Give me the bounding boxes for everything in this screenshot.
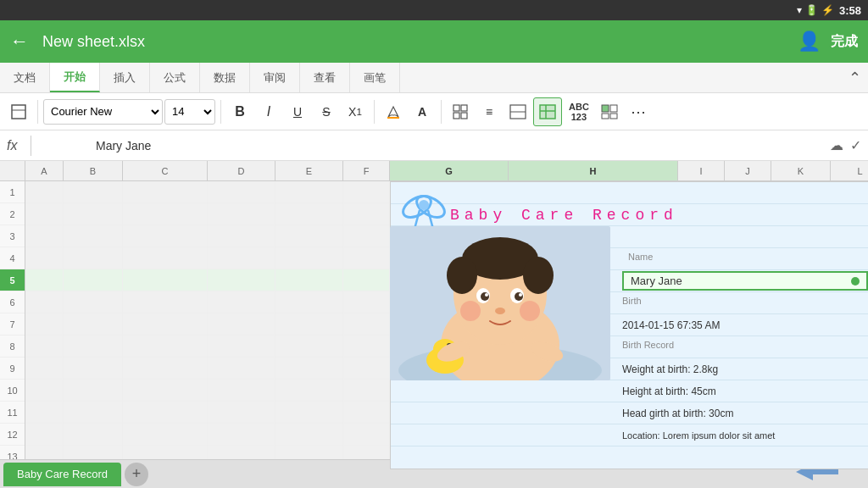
cell-a10[interactable] <box>25 380 64 401</box>
cell-c8[interactable] <box>123 336 208 357</box>
cell-d8[interactable] <box>208 336 275 357</box>
tab-start[interactable]: 开始 <box>50 63 100 92</box>
cell-d9[interactable] <box>208 358 275 379</box>
cell-b6[interactable] <box>64 291 123 313</box>
cell-c5[interactable] <box>123 269 208 291</box>
cell-b4[interactable] <box>64 247 123 269</box>
cell-b11[interactable] <box>64 402 123 423</box>
cell-d2[interactable] <box>208 203 275 225</box>
cell-d4[interactable] <box>208 247 275 269</box>
cell-e7[interactable] <box>275 313 343 335</box>
cell-b7[interactable] <box>64 313 123 335</box>
cell-b1[interactable] <box>64 181 123 202</box>
cell-a3[interactable] <box>25 225 64 247</box>
font-name-select[interactable]: Courier New Arial Times New Roman <box>43 99 163 125</box>
cell-f1[interactable] <box>343 181 390 202</box>
cell-b12[interactable] <box>64 424 123 445</box>
cell-e9[interactable] <box>275 358 343 379</box>
table-format-button[interactable] <box>596 97 623 126</box>
freeze-button[interactable] <box>533 97 562 126</box>
strikethrough-button[interactable]: S <box>313 97 340 126</box>
cell-c2[interactable] <box>123 203 208 225</box>
cell-c1[interactable] <box>123 181 208 202</box>
add-sheet-button[interactable]: + <box>125 463 148 486</box>
cell-d6[interactable] <box>208 291 275 313</box>
sheet-tab-baby-care[interactable]: Baby Care Record <box>3 463 121 486</box>
cell-c12[interactable] <box>123 424 208 445</box>
cell-e3[interactable] <box>275 225 343 247</box>
cell-a2[interactable] <box>25 203 64 225</box>
cell-format-button[interactable] <box>5 97 32 126</box>
cell-d5[interactable] <box>208 269 275 291</box>
merge-button[interactable] <box>504 97 531 126</box>
cell-f11[interactable] <box>343 402 390 423</box>
cell-e5[interactable] <box>275 269 343 291</box>
formula-input[interactable]: Mary Jane <box>96 139 823 152</box>
italic-button[interactable]: I <box>255 97 282 126</box>
cell-a5[interactable] <box>25 269 64 291</box>
back-button[interactable]: ← <box>10 30 29 53</box>
border-button[interactable] <box>447 97 474 126</box>
cell-f6[interactable] <box>343 291 390 313</box>
cell-b9[interactable] <box>64 358 123 379</box>
tab-view[interactable]: 查看 <box>300 63 350 92</box>
superscript-button[interactable]: X1 <box>342 97 369 126</box>
name-field-box[interactable]: Mary Jane <box>622 271 868 291</box>
cell-d12[interactable] <box>208 424 275 445</box>
cell-a4[interactable] <box>25 247 64 269</box>
more-button[interactable]: ⋯ <box>625 97 652 126</box>
cell-c7[interactable] <box>123 313 208 335</box>
cell-f7[interactable] <box>343 313 390 335</box>
cell-b8[interactable] <box>64 336 123 357</box>
cell-c3[interactable] <box>123 225 208 247</box>
underline-button[interactable]: U <box>284 97 311 126</box>
bold-button[interactable]: B <box>226 97 253 126</box>
formula-confirm-icon[interactable]: ✓ <box>850 137 861 153</box>
cell-f12[interactable] <box>343 424 390 445</box>
cell-e8[interactable] <box>275 336 343 357</box>
cell-e1[interactable] <box>275 181 343 202</box>
cell-e10[interactable] <box>275 380 343 401</box>
cell-a1[interactable] <box>25 181 64 202</box>
cell-e11[interactable] <box>275 402 343 423</box>
cell-e12[interactable] <box>275 424 343 445</box>
cell-b3[interactable] <box>64 225 123 247</box>
done-button[interactable]: 完成 <box>831 33 858 51</box>
cell-f2[interactable] <box>343 203 390 225</box>
cell-d10[interactable] <box>208 380 275 401</box>
cell-c10[interactable] <box>123 380 208 401</box>
cell-b2[interactable] <box>64 203 123 225</box>
cell-c11[interactable] <box>123 402 208 423</box>
font-size-select[interactable]: 14 10 12 16 18 <box>164 99 215 125</box>
tab-insert[interactable]: 插入 <box>100 63 150 92</box>
fill-color-button[interactable] <box>380 97 407 126</box>
cell-b5[interactable] <box>64 269 123 291</box>
font-color-button[interactable]: A <box>409 97 436 126</box>
tab-pen[interactable]: 画笔 <box>350 63 400 92</box>
tab-data[interactable]: 数据 <box>200 63 250 92</box>
cell-d1[interactable] <box>208 181 275 202</box>
tab-review[interactable]: 审阅 <box>250 63 300 92</box>
cell-c6[interactable] <box>123 291 208 313</box>
cell-a6[interactable] <box>25 291 64 313</box>
cell-e4[interactable] <box>275 247 343 269</box>
collapse-ribbon-button[interactable]: ⌃ <box>849 69 861 87</box>
cell-a7[interactable] <box>25 313 64 335</box>
cell-d3[interactable] <box>208 225 275 247</box>
cell-e2[interactable] <box>275 203 343 225</box>
align-button[interactable]: ≡ <box>476 97 503 126</box>
cell-e6[interactable] <box>275 291 343 313</box>
cell-d7[interactable] <box>208 313 275 335</box>
cell-f9[interactable] <box>343 358 390 379</box>
tab-doc[interactable]: 文档 <box>0 63 50 92</box>
cell-f8[interactable] <box>343 336 390 357</box>
cell-a12[interactable] <box>25 424 64 445</box>
user-icon[interactable]: 👤 <box>798 30 821 53</box>
spell-check-button[interactable]: ABC123 <box>564 97 594 126</box>
tab-formula[interactable]: 公式 <box>150 63 200 92</box>
cell-a8[interactable] <box>25 336 64 357</box>
cell-a9[interactable] <box>25 358 64 379</box>
cell-d11[interactable] <box>208 402 275 423</box>
cell-b10[interactable] <box>64 380 123 401</box>
cell-a11[interactable] <box>25 402 64 423</box>
